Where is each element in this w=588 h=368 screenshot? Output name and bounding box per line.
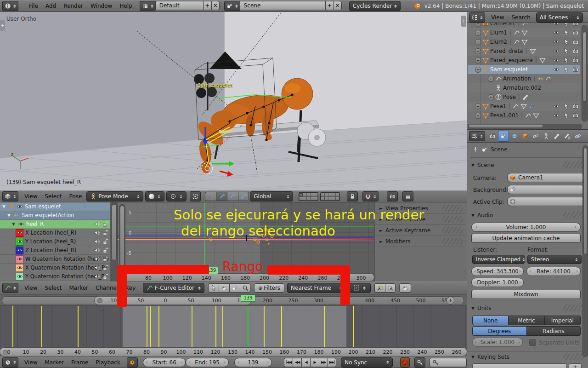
ol-menu-search[interactable]: Search — [508, 14, 534, 21]
visibility-eye-toggle[interactable] — [553, 39, 560, 45]
shading-dropdown[interactable] — [145, 191, 164, 201]
screen-layout-field[interactable]: Default — [155, 1, 203, 10]
ge-menu-key[interactable]: Key — [122, 285, 139, 291]
mute-speaker-toggle[interactable] — [94, 230, 100, 236]
outliner-filter-dropdown[interactable]: All Scenes — [536, 12, 583, 23]
expand-icon[interactable]: + — [475, 30, 481, 36]
outliner-row[interactable]: +Pared_dreta| — [468, 46, 580, 56]
toolshelf-expand-tab[interactable]: + — [0, 20, 5, 31]
expand-icon[interactable]: + — [488, 94, 494, 100]
plot-vscrollbar[interactable] — [119, 204, 125, 272]
unit-rotation-radians-button[interactable]: Radians — [527, 326, 581, 336]
visibility-eye-toggle[interactable] — [553, 112, 560, 119]
mode-dropdown[interactable]: Pose Mode — [86, 191, 143, 201]
panel-units[interactable]: ▼Units — [467, 303, 586, 313]
renderability-camera-toggle[interactable] — [572, 112, 579, 119]
properties-vscrollbar[interactable] — [582, 145, 588, 357]
ge-menu-view[interactable]: View — [21, 285, 41, 291]
outliner-row[interactable]: +Camera1| — [468, 23, 580, 28]
unit-system-imperial-button[interactable]: Imperial — [545, 316, 581, 325]
channel-row[interactable]: Y Quaternion Rotation (heel_R) — [0, 272, 110, 281]
expand-icon[interactable]: + — [475, 113, 481, 119]
expand-icon[interactable]: + — [475, 48, 481, 54]
unit-system-metric-button[interactable]: Metric — [509, 316, 544, 325]
ol-menu-view[interactable]: View — [487, 14, 508, 21]
timeline-ruler[interactable]: 0102030405060708090100110120130140150160… — [0, 347, 467, 356]
visibility-eye-toggle[interactable] — [553, 29, 560, 36]
scene-name-field[interactable]: Scene — [240, 1, 325, 10]
rotate-manipulator-button[interactable] — [227, 192, 238, 201]
selectability-cursor-toggle[interactable] — [563, 29, 570, 36]
renderability-camera-toggle[interactable] — [572, 48, 579, 54]
channel-row[interactable]: X Location (heel_R) — [0, 229, 110, 237]
scene-icon-button[interactable] — [224, 1, 240, 11]
autokey-record-button[interactable] — [400, 357, 410, 368]
vp-menu-select[interactable]: Select — [41, 193, 65, 200]
renderability-camera-toggle[interactable] — [572, 23, 579, 27]
keyframe-line[interactable] — [264, 306, 265, 347]
outliner-hscrollbar[interactable] — [468, 124, 582, 129]
opengl-render-anim-button[interactable] — [402, 191, 413, 201]
jump-to-start-button[interactable]: |◀◀ — [284, 358, 293, 367]
layer-toggle[interactable] — [303, 193, 306, 196]
keying-set-list[interactable] — [472, 363, 567, 368]
eye-icon[interactable] — [17, 203, 23, 210]
copy-keyframes-button[interactable] — [374, 283, 385, 293]
lock-toggle[interactable] — [102, 273, 108, 280]
channel-row[interactable]: Z Location (heel_R) — [0, 246, 110, 255]
normalize-button[interactable] — [229, 283, 240, 293]
tl-menu-playback[interactable]: Playback — [92, 359, 124, 366]
properties-tab-bone-constraint[interactable] — [562, 131, 572, 141]
vp-menu-pose[interactable]: Pose — [66, 193, 86, 200]
menu-file[interactable]: File — [25, 3, 42, 9]
outliner-row[interactable]: +Pesa1| — [468, 102, 580, 111]
outliner-row[interactable]: −Sam esquelet — [468, 65, 580, 74]
selectability-cursor-toggle[interactable] — [563, 66, 570, 73]
lock-toggle[interactable] — [102, 264, 108, 271]
play-button[interactable]: ▶ — [310, 358, 319, 367]
outliner-row[interactable]: +Pesa1.001| — [468, 111, 580, 120]
expand-icon[interactable]: + — [475, 58, 481, 63]
sync-dropdown[interactable]: No Sync — [341, 357, 393, 368]
layers-widget-1[interactable] — [299, 192, 318, 201]
vp-menu-view[interactable]: View — [21, 193, 41, 200]
layer-toggle[interactable] — [314, 193, 317, 196]
visibility-eye-toggle[interactable] — [553, 57, 560, 63]
properties-tab-scene[interactable] — [498, 131, 509, 142]
visibility-eye-toggle[interactable] — [553, 48, 560, 54]
properties-tab-world[interactable] — [509, 131, 520, 141]
zoom-plus-button[interactable]: + — [447, 297, 454, 305]
camera-field[interactable]: Camera1 — [507, 173, 585, 182]
mute-speaker-toggle[interactable] — [94, 264, 100, 271]
lock-camera-button[interactable] — [347, 191, 358, 201]
delete-layout-button[interactable]: ✕ — [211, 1, 220, 10]
eye-icon[interactable] — [17, 238, 23, 245]
current-frame-line[interactable] — [247, 306, 249, 347]
visibility-eye-toggle[interactable] — [553, 23, 560, 27]
outliner-row[interactable]: +Pared_esquerra| — [468, 56, 580, 65]
unit-system-none-button[interactable]: None — [472, 316, 509, 325]
add-keying-set-button[interactable]: + — [569, 363, 582, 368]
eye-icon[interactable] — [17, 264, 23, 271]
renderability-camera-toggle[interactable] — [572, 57, 579, 63]
visibility-eye-toggle[interactable] — [553, 103, 560, 109]
pivot-dropdown[interactable] — [166, 191, 187, 201]
keyframe-line[interactable] — [147, 306, 147, 347]
layer-toggle[interactable] — [336, 193, 339, 196]
properties-tab-physics[interactable] — [573, 131, 583, 141]
keyframe-line[interactable] — [353, 306, 354, 347]
mute-speaker-toggle[interactable] — [94, 273, 100, 280]
mute-speaker-toggle[interactable] — [94, 256, 100, 262]
layer-toggle[interactable] — [307, 197, 310, 200]
layer-toggle[interactable] — [336, 197, 339, 200]
layer-toggle[interactable] — [311, 197, 314, 200]
layer-toggle[interactable] — [325, 193, 328, 196]
editor-type-button[interactable] — [469, 131, 485, 141]
editor-type-button[interactable] — [469, 12, 485, 23]
eye-icon[interactable] — [17, 256, 23, 262]
add-layout-button[interactable]: + — [203, 1, 211, 10]
keyframe-line[interactable] — [12, 306, 13, 347]
pivot-point-dropdown[interactable] — [350, 283, 371, 293]
tl-menu-view[interactable]: View — [21, 359, 41, 366]
renderability-camera-toggle[interactable] — [572, 29, 579, 36]
